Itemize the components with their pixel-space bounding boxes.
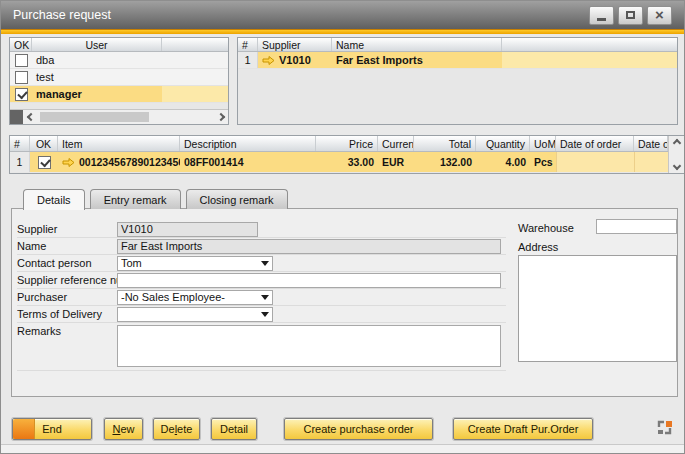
purchaser-label: Purchaser — [17, 291, 117, 303]
remarks-textarea[interactable] — [117, 325, 501, 367]
terms-of-delivery-dropdown[interactable] — [117, 307, 273, 322]
link-arrow-icon[interactable] — [262, 56, 275, 65]
scroll-right-button[interactable] — [213, 110, 228, 124]
new-button[interactable]: New — [104, 418, 143, 440]
name-row: Name — [17, 238, 506, 255]
close-button[interactable]: × — [647, 6, 672, 25]
resize-grip-icon[interactable] — [656, 419, 673, 436]
tab-entry-remark[interactable]: Entry remark — [90, 189, 181, 209]
users-header-user: User — [32, 38, 162, 51]
items-header-quantity: Quantity — [476, 136, 530, 151]
suppliers-header-spacer — [502, 38, 677, 51]
user-row-dba[interactable]: dba — [10, 52, 228, 69]
scrollbar-track[interactable] — [38, 110, 213, 124]
tab-closing-remark[interactable]: Closing remark — [186, 189, 288, 209]
items-header-row: # OK Item Description Price Currenc Tota… — [10, 136, 684, 152]
supplier-reference-row: Supplier reference nu — [17, 272, 506, 289]
item-date-of-order — [556, 152, 634, 172]
purchaser-dropdown[interactable]: -No Sales Employee- — [117, 290, 273, 305]
users-header-spacer — [162, 38, 228, 51]
suppliers-panel: # Supplier Name 1 V1010 Far East Imports — [237, 37, 678, 125]
name-field[interactable] — [117, 239, 501, 254]
item-date-2 — [634, 152, 668, 172]
minimize-icon — [597, 18, 606, 21]
items-header-description: Description — [180, 136, 316, 151]
users-panel: OK User dba test manager — [9, 37, 229, 125]
user-ok-checkbox[interactable] — [15, 71, 28, 84]
terms-of-delivery-label: Terms of Delivery — [17, 308, 117, 320]
window-bottom-strip — [1, 444, 684, 453]
supplier-field[interactable] — [117, 222, 258, 237]
contact-person-dropdown[interactable]: Tom — [117, 256, 273, 271]
item-row[interactable]: 1 001234567890123456 08FF001414 33.00 EU… — [10, 152, 684, 172]
end-button[interactable]: End — [12, 418, 92, 440]
item-row-number: 1 — [10, 152, 30, 172]
item-uom: Pcs — [530, 152, 556, 172]
purchase-request-window: Purchase request × OK User dba test mana… — [0, 0, 685, 454]
items-header-item: Item — [58, 136, 180, 151]
footer-button-bar: End New Delete Detail Create purchase or… — [12, 418, 593, 440]
item-code: 001234567890123456 — [79, 156, 180, 168]
user-ok-checkbox[interactable] — [15, 88, 28, 101]
delete-button[interactable]: Delete — [153, 418, 200, 440]
scroll-up-button[interactable] — [672, 139, 680, 147]
scrollbar-corner — [10, 110, 23, 124]
items-header-total: Total — [414, 136, 476, 151]
items-grid: # OK Item Description Price Currenc Tota… — [9, 135, 685, 174]
supplier-row: Supplier — [17, 221, 506, 238]
item-ok-checkbox[interactable] — [38, 156, 51, 169]
scroll-left-button[interactable] — [23, 110, 38, 124]
items-header-date-of-order: Date of order — [556, 136, 634, 151]
create-purchase-order-button[interactable]: Create purchase order — [284, 418, 433, 440]
item-total: 132.00 — [414, 152, 476, 172]
item-description: 08FF001414 — [180, 152, 316, 172]
create-draft-pur-order-button[interactable]: Create Draft Pur.Order — [453, 418, 593, 440]
dropdown-arrow-icon — [261, 295, 269, 300]
items-header-currency: Currenc — [378, 136, 414, 151]
window-title: Purchase request — [13, 8, 111, 22]
suppliers-header-name: Name — [332, 38, 502, 51]
purchaser-value: -No Sales Employee- — [121, 291, 225, 303]
user-row-manager[interactable]: manager — [10, 86, 228, 103]
user-row-test[interactable]: test — [10, 69, 228, 86]
address-label: Address — [518, 241, 558, 253]
supplier-row[interactable]: 1 V1010 Far East Imports — [238, 52, 677, 69]
supplier-code: V1010 — [279, 54, 311, 66]
supplier-reference-field[interactable] — [117, 273, 501, 288]
users-header-row: OK User — [10, 38, 228, 52]
items-header-num: # — [10, 136, 30, 151]
user-ok-checkbox[interactable] — [15, 54, 28, 67]
suppliers-header-num: # — [238, 38, 258, 51]
items-header-date-2: Date o — [634, 136, 668, 151]
items-header-uom: UoM — [530, 136, 556, 151]
maximize-icon — [626, 11, 635, 19]
chevron-right-icon — [216, 113, 224, 121]
tab-details[interactable]: Details — [23, 189, 85, 210]
items-header-price: Price — [316, 136, 378, 151]
name-label: Name — [17, 240, 117, 252]
minimize-button[interactable] — [589, 6, 614, 25]
item-quantity: 4.00 — [476, 152, 530, 172]
dropdown-arrow-icon — [261, 312, 269, 317]
scroll-down-button[interactable] — [672, 162, 680, 170]
user-name: test — [32, 69, 162, 85]
close-icon: × — [655, 7, 664, 22]
warehouse-field[interactable] — [596, 219, 677, 234]
dropdown-arrow-icon — [261, 261, 269, 266]
maximize-button[interactable] — [618, 6, 643, 25]
contact-person-row: Contact person Tom — [17, 255, 506, 272]
supplier-reference-label: Supplier reference nu — [17, 274, 117, 286]
terms-of-delivery-row: Terms of Delivery — [17, 306, 506, 323]
title-bar: Purchase request × — [1, 1, 684, 29]
suppliers-header-row: # Supplier Name — [238, 38, 677, 52]
address-textarea[interactable] — [518, 255, 677, 362]
link-arrow-icon[interactable] — [62, 158, 75, 167]
supplier-row-number: 1 — [238, 52, 258, 68]
purchaser-row: Purchaser -No Sales Employee- — [17, 289, 506, 306]
detail-button[interactable]: Detail — [211, 418, 257, 440]
supplier-name: Far East Imports — [332, 52, 502, 68]
remarks-row: Remarks — [17, 323, 506, 371]
scrollbar-thumb[interactable] — [40, 112, 149, 122]
users-horizontal-scrollbar — [10, 109, 228, 124]
window-controls: × — [589, 6, 672, 25]
